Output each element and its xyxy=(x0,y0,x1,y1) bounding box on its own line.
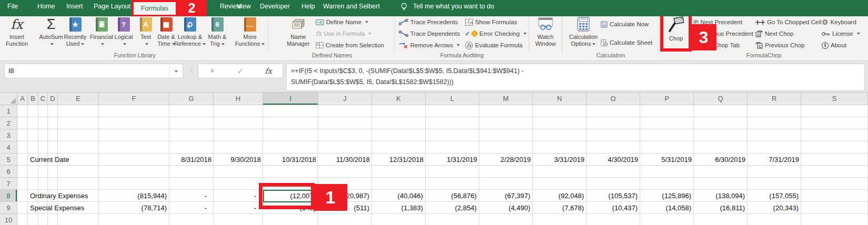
tab-warren-and-selbert[interactable]: Warren and Selbert xyxy=(323,0,380,13)
cell-M4[interactable] xyxy=(479,141,533,154)
cell-value-J5[interactable]: 11/30/2018 xyxy=(318,154,372,166)
cell-B6[interactable] xyxy=(28,166,38,178)
cell-G7[interactable] xyxy=(169,178,214,190)
cell-value-P5[interactable]: 5/31/2019 xyxy=(640,154,694,166)
cell-D7[interactable] xyxy=(48,178,58,190)
cell-O4[interactable] xyxy=(587,141,640,154)
cell-F2[interactable] xyxy=(99,117,169,129)
row-header-5[interactable]: 5 xyxy=(0,154,17,166)
cell-B3[interactable] xyxy=(28,129,38,141)
cell-I4[interactable] xyxy=(263,141,318,154)
cell-value-Q5[interactable]: 6/30/2019 xyxy=(694,154,748,166)
cell-I1[interactable] xyxy=(263,105,318,117)
cell-A8[interactable] xyxy=(17,190,28,202)
cell-E4[interactable] xyxy=(58,141,99,154)
cell-value-M8[interactable]: (67,397) xyxy=(479,190,533,202)
cell-M3[interactable] xyxy=(479,129,533,141)
column-header-C[interactable]: C xyxy=(38,93,48,105)
cell-N3[interactable] xyxy=(533,129,587,141)
create-from-selection-button[interactable]: Create from Selection xyxy=(316,39,384,51)
cell-A5[interactable] xyxy=(17,154,28,166)
cell-A9[interactable] xyxy=(17,202,28,214)
cell-H6[interactable] xyxy=(214,166,263,178)
cell-value-R5[interactable]: 7/31/2019 xyxy=(748,154,801,166)
cell-N7[interactable] xyxy=(533,178,587,190)
cell-D3[interactable] xyxy=(48,129,58,141)
go-to-chopped-cell-button[interactable]: Go To Chopped Cell xyxy=(755,16,821,28)
cell-E7[interactable] xyxy=(58,178,99,190)
column-header-D[interactable]: D xyxy=(48,93,58,105)
tab-help[interactable]: Help xyxy=(301,0,315,13)
column-header-M[interactable]: M xyxy=(479,93,533,105)
cell-N6[interactable] xyxy=(533,166,587,178)
cell-value-Q9[interactable]: (16,811) xyxy=(694,202,748,214)
row-header-2[interactable]: 2 xyxy=(0,117,17,129)
cell-R1[interactable] xyxy=(748,105,801,117)
cell-O1[interactable] xyxy=(587,105,640,117)
cell-value-K5[interactable]: 12/31/2018 xyxy=(372,154,426,166)
cell-F1[interactable] xyxy=(99,105,169,117)
cell-R4[interactable] xyxy=(748,141,801,154)
cell-J10[interactable] xyxy=(318,214,372,225)
cell-Q7[interactable] xyxy=(694,178,748,190)
cell-Q2[interactable] xyxy=(694,117,748,129)
column-header-F[interactable]: F xyxy=(99,93,169,105)
define-name-button[interactable]: Define Name xyxy=(316,16,368,28)
tab-view[interactable]: View xyxy=(237,0,251,13)
tab-developer[interactable]: Developer xyxy=(260,0,290,13)
cell-N4[interactable] xyxy=(533,141,587,154)
cell-E1[interactable] xyxy=(58,105,99,117)
cell-C2[interactable] xyxy=(38,117,48,129)
cell-F3[interactable] xyxy=(99,129,169,141)
evaluate-formula-button[interactable]: fx Evaluate Formula xyxy=(465,39,522,51)
cell-D1[interactable] xyxy=(48,105,58,117)
cell-A3[interactable] xyxy=(17,129,28,141)
cell-A6[interactable] xyxy=(17,166,28,178)
cell-E2[interactable] xyxy=(58,117,99,129)
cell-value-G5[interactable]: 8/31/2018 xyxy=(169,154,214,166)
cell-S10[interactable] xyxy=(801,214,868,225)
cell-value-R9[interactable]: (20,343) xyxy=(748,202,801,214)
cell-P6[interactable] xyxy=(640,166,694,178)
cell-A10[interactable] xyxy=(17,214,28,225)
cell-B7[interactable] xyxy=(28,178,38,190)
name-box[interactable]: I8 xyxy=(4,64,183,78)
resize-dots-icon[interactable]: ⋮ xyxy=(188,65,195,73)
cell-S9[interactable] xyxy=(801,202,868,214)
cell-G4[interactable] xyxy=(169,141,214,154)
formula-input[interactable]: =+IF(I5 < Inputs!$C$3, 0, -(SUMIF(Data!$… xyxy=(286,64,865,91)
cell-C1[interactable] xyxy=(38,105,48,117)
cell-Q4[interactable] xyxy=(694,141,748,154)
row-header-8[interactable]: 8 xyxy=(0,190,17,202)
column-header-H[interactable]: H xyxy=(214,93,263,105)
cell-R7[interactable] xyxy=(748,178,801,190)
cell-B4[interactable] xyxy=(28,141,38,154)
cell-C6[interactable] xyxy=(38,166,48,178)
cell-K4[interactable] xyxy=(372,141,426,154)
cell-G10[interactable] xyxy=(169,214,214,225)
cell-value-O9[interactable]: (10,437) xyxy=(587,202,640,214)
cell-Q10[interactable] xyxy=(694,214,748,225)
cell-L3[interactable] xyxy=(426,129,479,141)
use-in-formula-button[interactable]: fx Use in Formula xyxy=(316,28,371,39)
cell-value-M5[interactable]: 2/28/2019 xyxy=(479,154,533,166)
cell-L10[interactable] xyxy=(426,214,479,225)
cell-value-O5[interactable]: 4/30/2019 xyxy=(587,154,640,166)
cell-K10[interactable] xyxy=(372,214,426,225)
cell-L1[interactable] xyxy=(426,105,479,117)
tab-home[interactable]: Home xyxy=(37,0,55,13)
cell-value-R8[interactable]: (157,055) xyxy=(748,190,801,202)
cell-value-O8[interactable]: (105,537) xyxy=(587,190,640,202)
cell-value-Q8[interactable]: (138,094) xyxy=(694,190,748,202)
cell-D10[interactable] xyxy=(48,214,58,225)
cell-S3[interactable] xyxy=(801,129,868,141)
cell-A7[interactable] xyxy=(17,178,28,190)
calculate-sheet-button[interactable]: Calculate Sheet xyxy=(601,37,652,48)
name-manager-button[interactable]: Name Manager xyxy=(284,15,313,52)
calculation-options-button[interactable]: Calculation Options xyxy=(567,15,600,52)
cell-value-L9[interactable]: (2,854) xyxy=(426,202,479,214)
cell-A4[interactable] xyxy=(17,141,28,154)
column-header-G[interactable]: G xyxy=(169,93,214,105)
cell-N2[interactable] xyxy=(533,117,587,129)
cell-G3[interactable] xyxy=(169,129,214,141)
